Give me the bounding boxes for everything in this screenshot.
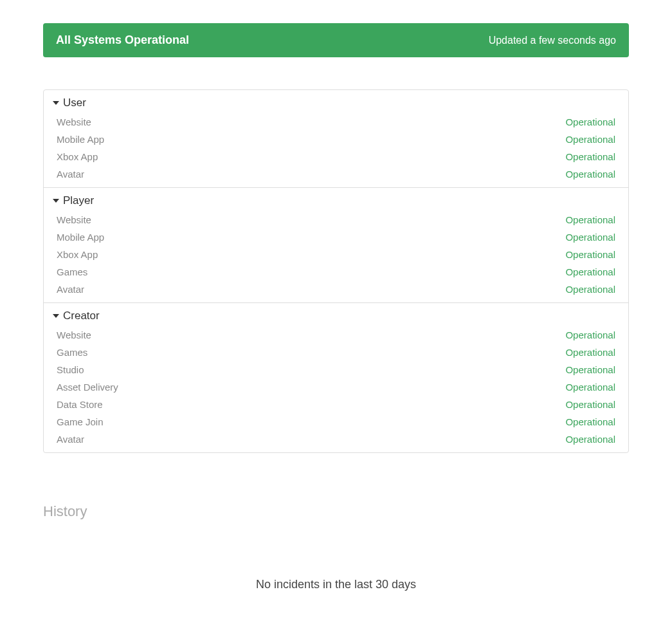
no-incidents-message: No incidents in the last 30 days <box>43 578 629 591</box>
component-item: Website Operational <box>44 113 628 131</box>
group-header-user[interactable]: User <box>44 90 628 113</box>
component-name: Games <box>57 347 87 358</box>
component-name: Studio <box>57 364 84 375</box>
component-status: Operational <box>565 169 615 180</box>
component-item: Games Operational <box>44 263 628 281</box>
component-status: Operational <box>565 266 615 277</box>
component-status: Operational <box>565 116 615 127</box>
component-item: Studio Operational <box>44 361 628 378</box>
component-group-user: User Website Operational Mobile App Oper… <box>44 90 628 188</box>
group-name: Creator <box>63 310 100 322</box>
component-status: Operational <box>565 364 615 375</box>
component-status: Operational <box>565 134 615 145</box>
component-status: Operational <box>565 416 615 427</box>
component-name: Games <box>57 266 87 277</box>
component-status: Operational <box>565 151 615 162</box>
component-name: Website <box>57 116 91 127</box>
components-container: User Website Operational Mobile App Oper… <box>43 89 629 453</box>
component-item: Avatar Operational <box>44 431 628 452</box>
component-status: Operational <box>565 249 615 260</box>
component-name: Data Store <box>57 399 103 410</box>
group-header-player[interactable]: Player <box>44 188 628 211</box>
component-name: Xbox App <box>57 151 98 162</box>
group-name: User <box>63 97 86 109</box>
component-name: Asset Delivery <box>57 382 118 393</box>
group-name: Player <box>63 194 94 207</box>
status-banner: All Systems Operational Updated a few se… <box>43 23 629 57</box>
component-status: Operational <box>565 284 615 295</box>
component-item: Xbox App Operational <box>44 148 628 165</box>
component-status: Operational <box>565 214 615 225</box>
chevron-down-icon <box>53 199 59 203</box>
component-item: Xbox App Operational <box>44 246 628 263</box>
component-name: Website <box>57 329 91 340</box>
component-status: Operational <box>565 347 615 358</box>
component-group-creator: Creator Website Operational Games Operat… <box>44 303 628 452</box>
component-status: Operational <box>565 399 615 410</box>
component-name: Avatar <box>57 434 84 445</box>
component-item: Game Join Operational <box>44 413 628 431</box>
component-name: Website <box>57 214 91 225</box>
component-item: Data Store Operational <box>44 396 628 413</box>
component-status: Operational <box>565 329 615 340</box>
component-name: Mobile App <box>57 134 104 145</box>
component-name: Avatar <box>57 284 84 295</box>
status-banner-updated: Updated a few seconds ago <box>489 35 616 46</box>
component-item: Mobile App Operational <box>44 131 628 148</box>
component-item: Asset Delivery Operational <box>44 378 628 396</box>
chevron-down-icon <box>53 314 59 318</box>
component-status: Operational <box>565 434 615 445</box>
component-name: Game Join <box>57 416 104 427</box>
status-banner-title: All Systems Operational <box>56 33 189 47</box>
component-group-player: Player Website Operational Mobile App Op… <box>44 188 628 303</box>
component-item: Mobile App Operational <box>44 228 628 246</box>
component-status: Operational <box>565 232 615 243</box>
chevron-down-icon <box>53 101 59 105</box>
component-name: Avatar <box>57 169 84 180</box>
component-name: Xbox App <box>57 249 98 260</box>
history-section: History No incidents in the last 30 days <box>43 503 629 591</box>
history-title: History <box>43 503 629 520</box>
component-item: Games Operational <box>44 344 628 361</box>
component-name: Mobile App <box>57 232 104 243</box>
component-item: Website Operational <box>44 326 628 344</box>
component-item: Avatar Operational <box>44 281 628 302</box>
component-item: Website Operational <box>44 211 628 228</box>
group-header-creator[interactable]: Creator <box>44 303 628 326</box>
component-status: Operational <box>565 382 615 393</box>
component-item: Avatar Operational <box>44 165 628 187</box>
